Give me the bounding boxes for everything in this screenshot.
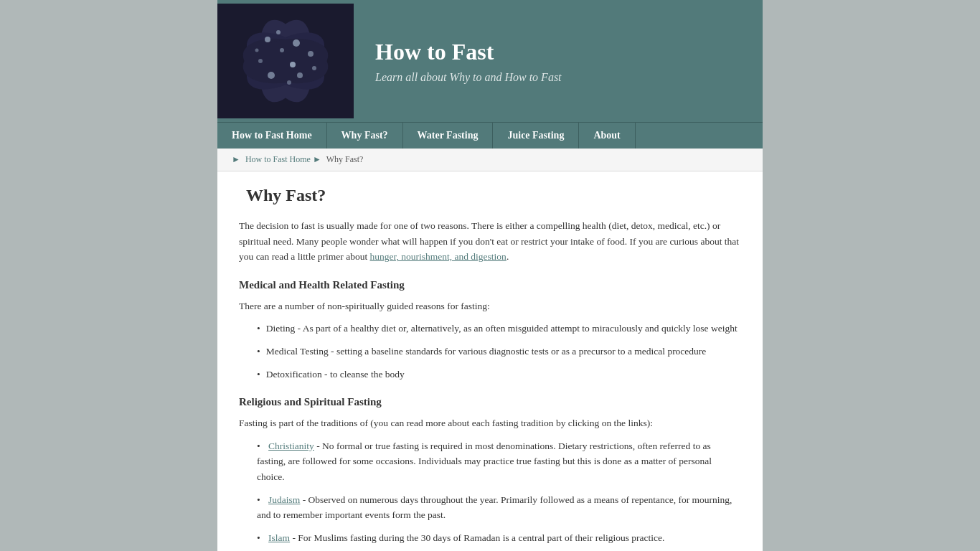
site-title: How to Fast bbox=[375, 39, 562, 65]
site-header-text: How to Fast Learn all about Why to and H… bbox=[354, 24, 583, 98]
nav-item-juicefasting[interactable]: Juice Fasting bbox=[493, 123, 579, 149]
site-subtitle: Learn all about Why to and How to Fast bbox=[375, 71, 562, 84]
christianity-text: - No formal or true fasting is required … bbox=[257, 441, 712, 482]
christianity-link[interactable]: Christianity bbox=[268, 441, 314, 451]
svg-point-12 bbox=[287, 80, 291, 85]
site-logo bbox=[217, 4, 354, 118]
svg-point-17 bbox=[255, 49, 259, 52]
judaism-link[interactable]: Judaism bbox=[268, 494, 300, 505]
site-header: How to Fast Learn all about Why to and H… bbox=[217, 0, 763, 122]
content-area: ► How to Fast Home ► Why Fast? Why Fast?… bbox=[217, 149, 763, 551]
svg-point-11 bbox=[308, 51, 314, 57]
svg-point-18 bbox=[312, 66, 316, 70]
medical-intro: There are a number of non-spiritually gu… bbox=[239, 298, 741, 314]
judaism-text: - Observed on numerous days throughout t… bbox=[257, 494, 732, 521]
islam-text: - For Muslims fasting during the 30 days… bbox=[290, 532, 664, 543]
nav-item-home[interactable]: How to Fast Home bbox=[217, 123, 327, 149]
list-item: Detoxification - to cleanse the body bbox=[253, 367, 741, 382]
breadcrumb-arrow-1: ► bbox=[232, 154, 240, 164]
list-item: Medical Testing - setting a baseline sta… bbox=[253, 344, 741, 359]
breadcrumb-current: Why Fast? bbox=[326, 154, 364, 164]
religious-intro: Fasting is part of the traditions of (yo… bbox=[239, 415, 741, 431]
nav-item-whyfast[interactable]: Why Fast? bbox=[327, 123, 403, 149]
main-content: Why Fast? The decision to fast is usuall… bbox=[217, 171, 763, 551]
intro-period: . bbox=[507, 251, 509, 262]
islam-link[interactable]: Islam bbox=[268, 532, 290, 543]
page-title: Why Fast? bbox=[239, 186, 741, 205]
svg-point-13 bbox=[268, 72, 275, 79]
svg-point-10 bbox=[258, 59, 263, 63]
breadcrumb-arrow-2: ► bbox=[313, 154, 324, 164]
list-item-judaism: Judaism - Observed on numerous days thro… bbox=[253, 492, 741, 523]
medical-section-title: Medical and Health Related Fasting bbox=[239, 279, 741, 291]
nav-item-about[interactable]: About bbox=[579, 123, 635, 149]
list-item-christianity: Christianity - No formal or true fasting… bbox=[253, 438, 741, 485]
breadcrumb-home-link[interactable]: How to Fast Home bbox=[245, 154, 311, 164]
svg-point-15 bbox=[280, 48, 284, 52]
svg-point-16 bbox=[290, 62, 296, 67]
svg-point-14 bbox=[297, 72, 303, 78]
page-wrapper: How to Fast Learn all about Why to and H… bbox=[217, 0, 763, 551]
intro-paragraph: The decision to fast is usually made for… bbox=[239, 218, 741, 265]
hunger-link[interactable]: hunger, nourishment, and digestion bbox=[370, 251, 507, 262]
breadcrumb: ► How to Fast Home ► Why Fast? bbox=[217, 149, 763, 171]
list-item: Dieting - As part of a healthy diet or, … bbox=[253, 321, 741, 336]
main-nav: How to Fast Home Why Fast? Water Fasting… bbox=[217, 122, 763, 149]
svg-point-8 bbox=[276, 30, 281, 34]
svg-point-7 bbox=[265, 37, 270, 42]
svg-point-9 bbox=[293, 39, 300, 47]
religious-section-title: Religious and Spiritual Fasting bbox=[239, 396, 741, 408]
nav-item-waterfasting[interactable]: Water Fasting bbox=[403, 123, 494, 149]
religion-list: Christianity - No formal or true fasting… bbox=[253, 438, 741, 546]
medical-list: Dieting - As part of a healthy diet or, … bbox=[253, 321, 741, 382]
list-item-islam: Islam - For Muslims fasting during the 3… bbox=[253, 530, 741, 546]
